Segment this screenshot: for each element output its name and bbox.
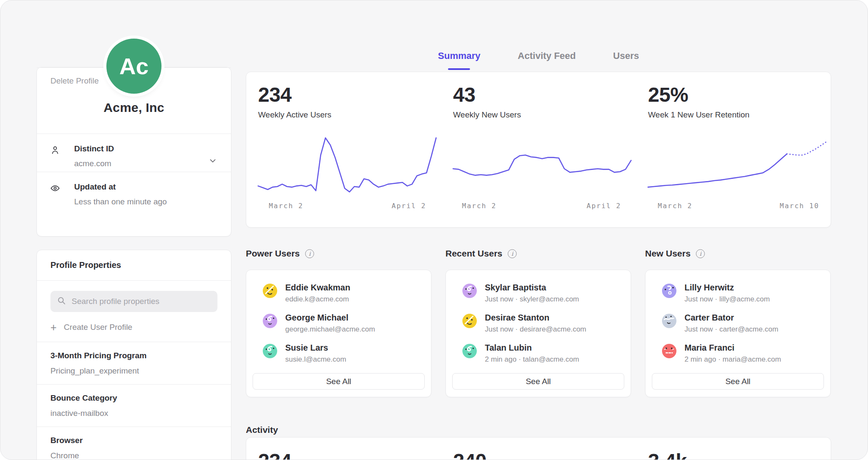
user-detail: Just now · carter@acme.com [684, 325, 778, 334]
user-list-item[interactable]: Eddie Kwakman eddie.k@acme.com [253, 283, 425, 304]
squiggle-face-icon [462, 344, 477, 358]
attribute-label: Updated at [74, 182, 217, 192]
user-name: Carter Bator [684, 313, 778, 323]
activity-section-title: Activity [246, 425, 278, 435]
activity-stat-value: 240 [453, 449, 631, 460]
person-icon [50, 145, 60, 155]
squiggle-face-icon [263, 314, 277, 328]
profile-property-bounce-category[interactable]: Bounce Category inactive-mailbox [37, 384, 231, 427]
info-icon[interactable] [508, 249, 517, 258]
property-value: Chrome [50, 451, 217, 460]
wink-face-icon [263, 284, 277, 298]
x-axis-ticks: March 2March 10 [648, 202, 826, 211]
user-avatar [662, 314, 676, 328]
user-detail: eddie.k@acme.com [285, 295, 350, 304]
user-detail: Just now · skyler@acme.com [485, 295, 579, 304]
user-section-power-users: Power Users Eddie Kwakman eddie.k@acme.c… [246, 248, 431, 397]
stat-value: 25% [648, 83, 826, 106]
x-axis-tick-label: March 2 [462, 202, 496, 210]
wave-face-icon [662, 314, 676, 328]
property-value: Pricing_plan_experiment [50, 366, 217, 376]
stat-column-weekly-active-users: 234 Weekly Active Users March 2April 2 [258, 83, 436, 227]
profile-properties-card: Profile Properties + Create User Profile… [36, 250, 231, 460]
user-list-item[interactable]: Susie Lars susie.l@acme.com [253, 343, 425, 364]
sleepy-face-icon [662, 344, 676, 358]
user-avatar [263, 314, 277, 328]
sparkline-chart: March 2April 2 [453, 134, 631, 211]
loop-face-icon [662, 284, 676, 298]
tab-summary[interactable]: Summary [438, 50, 480, 70]
eye-icon [50, 183, 60, 193]
user-section-new-users: New Users Lilly Herwitz Just now · lilly… [645, 248, 831, 397]
user-detail: Just now · desirare@acme.com [485, 325, 586, 334]
user-list-item[interactable]: Lilly Herwitz Just now · lilly@acme.com [652, 283, 824, 304]
see-all-button[interactable]: See All [452, 373, 624, 390]
user-avatar [263, 284, 277, 298]
stat-label: Week 1 New User Retention [648, 110, 826, 120]
user-list-item[interactable]: Carter Bator Just now · carter@acme.com [652, 313, 824, 334]
chevron-down-icon[interactable] [208, 156, 217, 165]
x-axis-tick-label: March 2 [658, 202, 692, 210]
user-avatar [662, 344, 676, 358]
user-avatar [462, 344, 477, 358]
user-list-item[interactable]: George Michael george.michael@acme.com [253, 313, 425, 334]
user-detail: susie.l@acme.com [285, 355, 346, 364]
user-detail: 2 min ago · maria@acme.com [684, 355, 781, 364]
stat-value: 234 [258, 83, 436, 106]
attribute-value: Less than one minute ago [74, 197, 217, 206]
sparkline-chart: March 2March 10 [648, 134, 826, 211]
search-input[interactable] [71, 296, 211, 307]
user-avatar [263, 344, 277, 358]
user-name: Talan Lubin [485, 343, 579, 353]
app-frame: Ac Acme, Inc Distinct ID acme.com Update… [0, 0, 868, 460]
sparkline-svg [648, 134, 826, 198]
x-axis-ticks: March 2April 2 [453, 202, 631, 211]
activity-stat-value: 3.4k [648, 449, 826, 460]
sparkline-chart: March 2April 2 [258, 134, 436, 211]
user-list-item[interactable]: Desirae Stanton Just now · desirare@acme… [452, 313, 624, 334]
see-all-button[interactable]: See All [652, 373, 824, 390]
user-list-item[interactable]: Talan Lubin 2 min ago · talan@acme.com [452, 343, 624, 364]
info-icon[interactable] [696, 249, 705, 258]
activity-stat-value: 234 [258, 449, 436, 460]
user-avatar [462, 284, 477, 298]
stat-label: Weekly New Users [453, 110, 631, 120]
user-list-item[interactable]: Maria Franci 2 min ago · maria@acme.com [652, 343, 824, 364]
user-name: Lilly Herwitz [684, 283, 770, 293]
summary-stats-card: 234 Weekly Active Users March 2April 2 4… [246, 72, 831, 228]
user-list-card: Skylar Baptista Just now · skyler@acme.c… [445, 270, 631, 397]
user-name: Susie Lars [285, 343, 346, 353]
tab-activity-feed[interactable]: Activity Feed [518, 50, 576, 70]
tab-users[interactable]: Users [613, 50, 639, 70]
user-detail: Just now · lilly@acme.com [684, 295, 770, 304]
x-axis-ticks: March 2April 2 [258, 202, 436, 211]
attribute-label: Distinct ID [74, 144, 217, 153]
property-name: Bounce Category [50, 393, 217, 403]
stat-column-week-1-new-user-retention: 25% Week 1 New User Retention March 2Mar… [648, 83, 826, 227]
squiggle-face-icon [263, 344, 277, 358]
user-list-item[interactable]: Skylar Baptista Just now · skyler@acme.c… [452, 283, 624, 304]
user-list-card: Lilly Herwitz Just now · lilly@acme.com … [645, 270, 831, 397]
see-all-button[interactable]: See All [253, 373, 425, 390]
profile-properties-search[interactable] [50, 291, 217, 312]
create-user-profile-button[interactable]: + Create User Profile [50, 323, 217, 332]
user-section-title: Power Users [246, 248, 300, 259]
user-sections-row: Power Users Eddie Kwakman eddie.k@acme.c… [246, 248, 831, 397]
profile-properties-title: Profile Properties [37, 250, 231, 281]
user-section-header: Recent Users [445, 248, 631, 259]
x-axis-tick-label: March 2 [269, 202, 303, 210]
user-name: Skylar Baptista [485, 283, 579, 293]
profile-property-3-month-pricing-program[interactable]: 3-Month Pricing Program Pricing_plan_exp… [37, 342, 231, 384]
sparkline-svg [258, 134, 436, 198]
info-icon[interactable] [305, 249, 314, 258]
user-detail: 2 min ago · talan@acme.com [485, 355, 579, 364]
user-avatar [662, 284, 676, 298]
user-section-title: Recent Users [445, 248, 502, 259]
profile-property-browser[interactable]: Browser Chrome [37, 427, 231, 460]
profile-attribute-row: Updated at Less than one minute ago [37, 172, 231, 210]
user-name: Eddie Kwakman [285, 283, 350, 293]
property-name: 3-Month Pricing Program [50, 351, 217, 360]
x-axis-tick-label: April 2 [392, 202, 426, 210]
x-axis-tick-label: April 2 [587, 202, 621, 210]
user-name: Desirae Stanton [485, 313, 586, 323]
